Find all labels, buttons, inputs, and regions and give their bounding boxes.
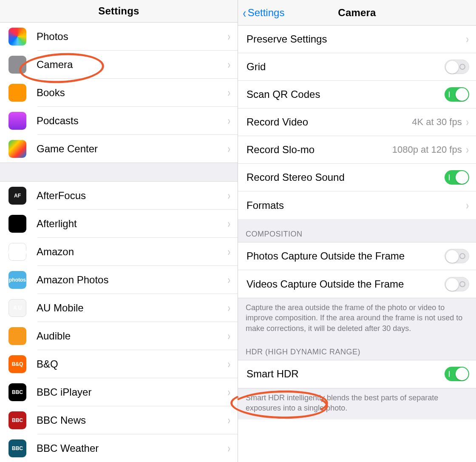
chevron-right-icon: › xyxy=(227,217,230,231)
app-icon xyxy=(8,84,26,102)
row-label: Amazon xyxy=(37,246,227,258)
row-label: Afterlight xyxy=(37,218,227,230)
chevron-right-icon: › xyxy=(227,58,230,71)
row-label: Books xyxy=(37,87,227,99)
app-icon: AF xyxy=(8,187,26,205)
row-label: Preserve Settings xyxy=(246,33,465,45)
chevron-right-icon: › xyxy=(227,189,230,202)
row-label: Audible xyxy=(37,330,227,342)
page-title: Camera xyxy=(338,7,376,19)
app-icon xyxy=(8,28,26,46)
row-grid[interactable]: Grid xyxy=(238,53,476,81)
row-label: Videos Capture Outside the Frame xyxy=(246,278,445,290)
back-button[interactable]: ‹ Settings xyxy=(242,0,284,25)
app-icon xyxy=(8,112,26,130)
chevron-right-icon: › xyxy=(227,273,230,287)
settings-row-books[interactable]: Books› xyxy=(0,79,238,106)
chevron-right-icon: › xyxy=(227,30,230,43)
settings-row-photos[interactable]: Photos› xyxy=(0,23,238,50)
row-smart-hdr[interactable]: Smart HDR xyxy=(238,360,476,388)
videos-capture-toggle[interactable] xyxy=(445,277,469,291)
grid-toggle[interactable] xyxy=(445,60,469,74)
row-label: Formats xyxy=(246,200,465,211)
row-record-stereo[interactable]: Record Stereo Sound xyxy=(238,164,476,191)
chevron-right-icon: › xyxy=(227,357,230,371)
row-label: AfterFocus xyxy=(37,190,227,202)
row-formats[interactable]: Formats › xyxy=(238,191,476,219)
row-label: B&Q xyxy=(37,358,227,370)
section-header-composition: COMPOSITION xyxy=(238,219,476,242)
row-label: Smart HDR xyxy=(246,368,445,380)
app-icon xyxy=(8,327,26,345)
app-icon: B&Q xyxy=(8,355,26,373)
chevron-right-icon: › xyxy=(227,442,230,455)
settings-row-afterlight[interactable]: Afterlight› xyxy=(0,210,238,237)
chevron-right-icon: › xyxy=(466,115,469,129)
chevron-right-icon: › xyxy=(227,385,230,399)
settings-row-bbc-news[interactable]: BBCBBC News› xyxy=(0,406,238,434)
row-value: 1080p at 120 fps xyxy=(392,144,462,155)
row-videos-capture-outside[interactable]: Videos Capture Outside the Frame xyxy=(238,270,476,298)
camera-header: ‹ Settings Camera xyxy=(238,0,476,26)
settings-row-au-mobile[interactable]: A UAU Mobile› xyxy=(0,294,238,322)
row-label: Podcasts xyxy=(37,115,227,127)
settings-row-audible[interactable]: Audible› xyxy=(0,322,238,350)
chevron-right-icon: › xyxy=(227,329,230,343)
row-label: Record Slo-mo xyxy=(246,144,392,156)
app-icon: BBC xyxy=(8,411,26,429)
settings-row-podcasts[interactable]: Podcasts› xyxy=(0,107,238,134)
app-icon: BBC xyxy=(8,383,26,401)
row-photos-capture-outside[interactable]: Photos Capture Outside the Frame xyxy=(238,242,476,270)
chevron-left-icon: ‹ xyxy=(243,6,246,20)
page-title: Settings xyxy=(98,5,139,17)
stereo-toggle[interactable] xyxy=(445,170,469,185)
row-label: Camera xyxy=(37,59,227,71)
app-icon: amazon xyxy=(8,243,26,261)
chevron-right-icon: › xyxy=(227,414,230,427)
row-label: Scan QR Codes xyxy=(246,88,445,100)
row-label: Grid xyxy=(246,61,445,73)
chevron-right-icon: › xyxy=(227,301,230,315)
settings-row-bbc-iplayer[interactable]: BBCBBC iPlayer› xyxy=(0,378,238,406)
section-header-hdr: HDR (HIGH DYNAMIC RANGE) xyxy=(238,340,476,360)
row-value: 4K at 30 fps xyxy=(412,117,462,128)
chevron-right-icon: › xyxy=(466,199,469,212)
settings-row-camera[interactable]: Camera› xyxy=(0,51,238,78)
chevron-right-icon: › xyxy=(466,32,469,46)
row-label: BBC News xyxy=(37,414,227,426)
row-preserve-settings[interactable]: Preserve Settings › xyxy=(238,26,476,53)
row-label: Record Video xyxy=(246,116,412,128)
settings-row-game-center[interactable]: Game Center› xyxy=(0,135,238,163)
row-label: BBC iPlayer xyxy=(37,386,227,398)
back-label: Settings xyxy=(248,7,285,19)
app-icon: BBC xyxy=(8,439,26,457)
row-label: Photos Capture Outside the Frame xyxy=(246,250,445,262)
row-scan-qr[interactable]: Scan QR Codes xyxy=(238,81,476,108)
row-label: BBC Weather xyxy=(37,442,227,454)
chevron-right-icon: › xyxy=(227,114,230,128)
chevron-right-icon: › xyxy=(227,86,230,100)
row-record-video[interactable]: Record Video 4K at 30 fps › xyxy=(238,108,476,136)
app-icon xyxy=(8,56,26,74)
settings-row-b-q[interactable]: B&QB&Q› xyxy=(0,350,238,378)
app-icon: A U xyxy=(8,299,26,317)
app-icon: photos xyxy=(8,271,26,289)
scanqr-toggle[interactable] xyxy=(445,87,469,102)
composition-footer: Capture the area outside the frame of th… xyxy=(238,298,476,340)
row-label: Photos xyxy=(37,31,227,43)
smarthdr-toggle[interactable] xyxy=(445,367,469,381)
photos-capture-toggle[interactable] xyxy=(445,249,469,263)
settings-row-amazon[interactable]: amazonAmazon› xyxy=(0,238,238,265)
settings-row-amazon-photos[interactable]: photosAmazon Photos› xyxy=(0,266,238,294)
app-icon xyxy=(8,215,26,233)
chevron-right-icon: › xyxy=(466,143,469,157)
settings-header: Settings xyxy=(0,0,238,23)
settings-row-afterfocus[interactable]: AFAfterFocus› xyxy=(0,182,238,209)
settings-row-bbc-weather[interactable]: BBCBBC Weather› xyxy=(0,434,238,462)
chevron-right-icon: › xyxy=(227,245,230,259)
row-label: Game Center xyxy=(37,143,227,155)
row-label: Amazon Photos xyxy=(37,274,227,286)
row-label: Record Stereo Sound xyxy=(246,171,445,183)
chevron-right-icon: › xyxy=(227,142,230,156)
row-record-slomo[interactable]: Record Slo-mo 1080p at 120 fps › xyxy=(238,136,476,164)
